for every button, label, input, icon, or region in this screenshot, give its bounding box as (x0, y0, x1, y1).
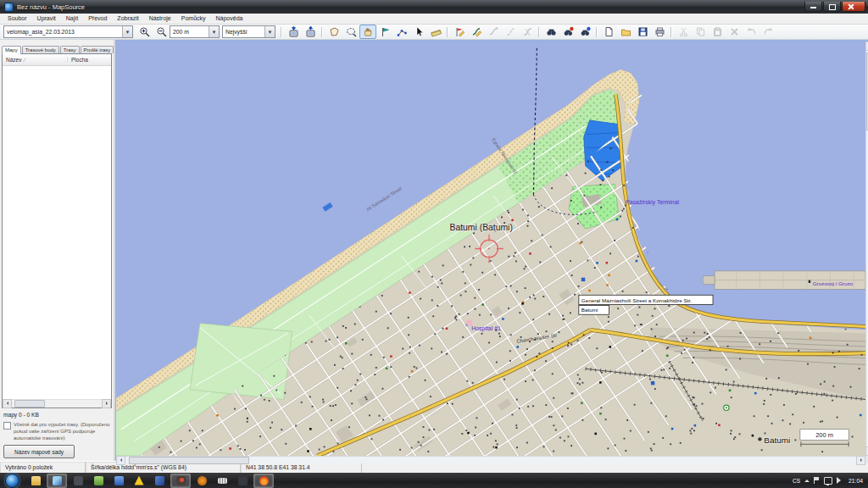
network-icon[interactable] (824, 477, 832, 485)
routing-data-checkbox[interactable] (3, 422, 11, 430)
open-file-button[interactable] (617, 25, 634, 39)
tab-trasove-body[interactable]: Trasové body (22, 46, 59, 53)
scroll-left-icon[interactable] (116, 456, 125, 465)
taskbar-app7-icon[interactable] (150, 474, 169, 487)
chevron-down-icon: ▼ (122, 26, 132, 37)
maximize-button[interactable] (823, 2, 841, 12)
menu-najit[interactable]: Najít (61, 14, 83, 24)
tab-mapy[interactable]: Mapy (2, 46, 21, 54)
volume-icon[interactable] (837, 477, 844, 484)
chevron-down-icon: ▼ (209, 26, 219, 37)
save-button[interactable] (634, 25, 651, 39)
selection-tool-button[interactable] (410, 25, 427, 39)
edit-waypoint-button[interactable] (451, 25, 468, 39)
titlebar: Bez názvu - MapSource (0, 0, 868, 14)
taskbar-app11-icon[interactable] (233, 474, 252, 487)
find-nearest-button[interactable] (559, 25, 576, 39)
hidden-icons-arrow[interactable] (804, 477, 810, 482)
waypoint-tool-button[interactable] (376, 25, 393, 39)
find-recent-button[interactable] (576, 25, 593, 39)
tooltip-city: Batumi (581, 307, 598, 313)
detail-level-select[interactable]: Nejvyšší ▼ (222, 25, 275, 38)
sort-indicator: ∕ (24, 57, 25, 63)
maps-list-hscrollbar[interactable] (3, 399, 111, 408)
taskbar-mapsource-icon[interactable] (47, 474, 67, 488)
scroll-left-icon[interactable] (3, 399, 12, 408)
menu-pomucky[interactable]: Pomůcky (176, 14, 211, 24)
menu-nastroje[interactable]: Nástroje (144, 14, 176, 24)
edit-route-button[interactable] (468, 25, 485, 39)
menu-zobrazit[interactable]: Zobrazit (112, 14, 143, 24)
zoom-region-tool-button[interactable] (342, 25, 359, 39)
map-canvas[interactable]: Batumi (Batumi) Pasažirskiy Terminal Gru… (116, 42, 865, 456)
taskbar-opera-icon[interactable] (253, 474, 274, 488)
paste-button[interactable] (709, 25, 726, 39)
scroll-thumb[interactable] (129, 457, 249, 464)
taskbar-explorer-icon[interactable] (26, 474, 45, 487)
app-icon (4, 3, 14, 12)
scroll-right-icon[interactable] (856, 456, 865, 465)
language-indicator[interactable]: CS (793, 478, 800, 484)
send-to-device-button[interactable] (285, 25, 302, 39)
maps-list-body[interactable] (3, 66, 111, 399)
menu-soubor[interactable]: Soubor (3, 14, 32, 24)
column-plocha[interactable]: Plocha (68, 57, 88, 63)
close-button[interactable] (842, 2, 865, 12)
zoom-in-button[interactable] (136, 25, 153, 39)
window-title: Bez názvu - MapSource (17, 3, 85, 11)
taskbar-app3-icon[interactable] (69, 474, 87, 487)
menu-prevod[interactable]: Převod (83, 14, 112, 24)
taskbar-keyboard-icon[interactable] (213, 474, 231, 487)
scroll-right-icon[interactable] (102, 399, 111, 408)
print-button[interactable] (651, 25, 668, 39)
taskbar-app8-icon[interactable] (170, 474, 191, 488)
terminal-label: Pasažirskiy Terminal (626, 199, 679, 206)
new-file-button[interactable] (600, 25, 617, 39)
parking-icon (651, 381, 654, 385)
map-tool-button[interactable] (326, 25, 342, 39)
route-tool-button[interactable] (393, 25, 410, 39)
data-tabs-panel: Mapy Trasové body Trasy Prošlé trasy Náz… (0, 40, 115, 461)
taskbar-app4-icon[interactable] (89, 474, 108, 487)
hand-tool-button[interactable] (359, 25, 376, 39)
zoom-out-button[interactable] (153, 25, 170, 39)
taskbar: CS 21:04 (0, 473, 868, 488)
zoom-scale-select[interactable]: 200 m ▼ (170, 25, 220, 38)
edit-track-button[interactable] (485, 25, 502, 39)
scroll-thumb[interactable] (14, 400, 45, 408)
panel-tabs: Mapy Trasové body Trasy Prošlé trasy (2, 42, 112, 53)
taskbar-app5-icon[interactable] (109, 474, 128, 487)
minimize-button[interactable] (804, 2, 822, 12)
tab-trasy[interactable]: Trasy (60, 46, 80, 53)
copy-button[interactable] (692, 25, 709, 39)
map-pane: Batumi (Batumi) Pasažirskiy Terminal Gru… (115, 40, 868, 461)
cut-button[interactable] (675, 25, 692, 39)
scale-label: 200 m (815, 431, 833, 439)
taskbar-app9-icon[interactable] (192, 474, 211, 487)
find-button[interactable] (542, 25, 559, 39)
action-center-flag-icon[interactable] (814, 477, 820, 484)
taskbar-clock[interactable]: 21:04 (849, 478, 863, 484)
measure-tool-button[interactable] (427, 25, 444, 39)
scroll-up-icon[interactable] (865, 42, 868, 51)
delete-button[interactable] (726, 25, 743, 39)
tab-prosle-trasy[interactable]: Prošlé trasy (81, 46, 114, 53)
track-filter-button[interactable] (502, 25, 519, 39)
maps-list-header: Název ∕ Plocha (3, 54, 111, 66)
track-divide-button[interactable] (519, 25, 536, 39)
redo-button[interactable] (760, 25, 776, 39)
map-hscrollbar[interactable] (116, 456, 865, 463)
cargo-label: Gruzovoj i Gruzo (813, 280, 854, 287)
menu-upravit[interactable]: Upravit (32, 14, 61, 24)
mapset-name-button[interactable]: Název mapové sady (3, 445, 75, 458)
receive-from-device-button[interactable] (302, 25, 319, 39)
column-nazev[interactable]: Název ∕ (3, 57, 68, 63)
scroll-down-icon[interactable] (865, 446, 868, 456)
menu-napoveda[interactable]: Nápověda (211, 14, 248, 24)
detail-level-value: Nejvyšší (225, 29, 248, 35)
start-button[interactable] (5, 474, 19, 488)
undo-button[interactable] (743, 25, 760, 39)
taskbar-warning-icon[interactable] (130, 474, 148, 487)
tooltip-street: General Mazniashvili Street a Komakhidze… (581, 297, 692, 303)
map-product-select[interactable]: velomap_asia_22.03.2013 ▼ (3, 25, 133, 38)
